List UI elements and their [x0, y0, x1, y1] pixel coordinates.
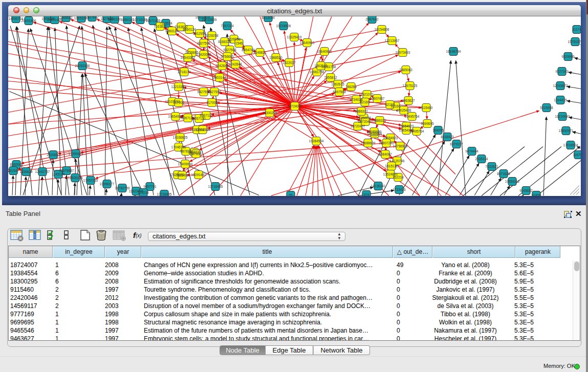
svg-text:13325419: 13325419 — [287, 35, 302, 39]
svg-text:9463627: 9463627 — [402, 99, 415, 102]
svg-text:12213967: 12213967 — [385, 39, 400, 42]
svg-text:9084067: 9084067 — [379, 152, 392, 156]
svg-text:1546: 1546 — [235, 41, 243, 45]
svg-text:6497508: 6497508 — [333, 90, 346, 94]
svg-text:16091441: 16091441 — [191, 173, 206, 177]
svg-text:15409934: 15409934 — [178, 162, 193, 166]
svg-text:(x): (x) — [136, 233, 142, 238]
svg-text:15720407: 15720407 — [351, 124, 365, 128]
svg-text:16782759: 16782759 — [115, 186, 130, 190]
svg-text:17046786: 17046786 — [171, 145, 186, 149]
svg-text:2718179: 2718179 — [178, 70, 191, 74]
svg-text:116753: 116753 — [573, 153, 581, 157]
svg-text:16961758: 16961758 — [310, 70, 324, 74]
svg-text:2242848: 2242848 — [229, 62, 242, 66]
svg-text:1588520: 1588520 — [269, 56, 282, 59]
svg-text:8660124: 8660124 — [165, 29, 179, 33]
svg-text:9474444: 9474444 — [465, 149, 478, 153]
svg-text:7632621: 7632621 — [485, 165, 498, 168]
svg-text:10973493: 10973493 — [396, 51, 410, 54]
svg-text:7163822: 7163822 — [154, 25, 167, 28]
svg-text:10654112: 10654112 — [505, 180, 520, 183]
svg-text:20691406: 20691406 — [21, 19, 36, 23]
svg-text:10025438: 10025438 — [397, 108, 411, 112]
svg-text:9699695: 9699695 — [421, 122, 434, 125]
svg-text:6379197: 6379197 — [450, 142, 463, 146]
svg-text:8267110: 8267110 — [193, 117, 206, 120]
svg-text:6466160: 6466160 — [108, 17, 121, 21]
svg-text:21364436: 21364436 — [357, 116, 372, 120]
svg-text:119234: 119234 — [138, 191, 149, 194]
svg-text:8550061: 8550061 — [10, 163, 23, 166]
svg-text:7485063: 7485063 — [399, 68, 412, 72]
svg-text:95: 95 — [289, 193, 293, 196]
svg-text:1145194: 1145194 — [52, 172, 65, 176]
svg-text:8454749: 8454749 — [242, 48, 255, 52]
svg-text:12505135: 12505135 — [68, 176, 83, 180]
svg-text:1921072: 1921072 — [360, 93, 374, 96]
svg-text:13716485: 13716485 — [208, 185, 223, 188]
svg-text:9115460: 9115460 — [420, 106, 433, 110]
svg-text:5226058: 5226058 — [205, 34, 219, 37]
svg-text:19654923: 19654923 — [399, 128, 414, 132]
svg-text:15751074: 15751074 — [568, 40, 581, 43]
svg-text:19384554: 19384554 — [309, 139, 324, 143]
svg-text:9886322: 9886322 — [373, 119, 386, 122]
svg-text:1156829: 1156829 — [20, 170, 33, 173]
svg-text:23420046: 23420046 — [197, 53, 211, 56]
svg-text:5226058: 5226058 — [227, 37, 241, 41]
svg-text:92456: 92456 — [532, 193, 541, 196]
svg-text:5756685: 5756685 — [221, 55, 234, 58]
svg-text:2803144: 2803144 — [213, 76, 226, 79]
svg-text:18724007: 18724007 — [288, 104, 302, 108]
svg-text:2687642: 2687642 — [365, 17, 379, 21]
svg-text:17016504: 17016504 — [563, 143, 578, 147]
svg-text:16648784: 16648784 — [446, 50, 461, 53]
svg-text:13716485: 13716485 — [157, 192, 172, 196]
svg-text:1527602: 1527602 — [85, 16, 99, 19]
svg-text:9146821: 9146821 — [253, 51, 267, 54]
svg-text:17957255: 17957255 — [83, 179, 98, 182]
svg-text:1733426: 1733426 — [393, 188, 406, 191]
svg-text:11353504: 11353504 — [195, 128, 210, 132]
svg-text:16640910: 16640910 — [300, 41, 315, 45]
svg-text:10958177: 10958177 — [100, 182, 115, 186]
svg-text:9427552: 9427552 — [208, 90, 221, 94]
svg-text:9245652: 9245652 — [519, 189, 533, 192]
svg-text:9227343: 9227343 — [555, 70, 569, 73]
svg-text:16033809: 16033809 — [202, 18, 217, 21]
svg-text:10688609: 10688609 — [367, 130, 382, 134]
svg-text:12975125: 12975125 — [403, 84, 418, 87]
svg-text:5215958: 5215958 — [540, 106, 553, 110]
svg-text:12213369: 12213369 — [171, 85, 186, 89]
svg-text:19654923: 19654923 — [383, 136, 398, 140]
svg-text:10975887: 10975887 — [59, 169, 74, 172]
svg-text:19654935: 19654935 — [168, 115, 183, 118]
svg-text:62160: 62160 — [360, 100, 369, 104]
svg-text:16640910: 16640910 — [317, 50, 332, 53]
svg-text:10756928: 10756928 — [393, 144, 408, 148]
svg-text:14136141: 14136141 — [371, 184, 386, 188]
svg-text:1362615: 1362615 — [314, 64, 328, 68]
svg-text:19166825: 19166825 — [173, 136, 188, 139]
svg-text:14120746: 14120746 — [390, 159, 405, 163]
svg-text:8660124: 8660124 — [183, 28, 196, 31]
svg-text:13495764: 13495764 — [405, 115, 420, 118]
svg-text:587833: 587833 — [180, 149, 191, 153]
svg-text:1322037: 1322037 — [282, 61, 296, 64]
svg-text:18807249: 18807249 — [379, 141, 394, 145]
svg-text:391547: 391547 — [8, 169, 19, 172]
svg-text:2935114: 2935114 — [475, 157, 488, 161]
svg-text:6466160: 6466160 — [121, 18, 134, 21]
svg-text:2020657: 2020657 — [47, 153, 60, 157]
svg-text:9329966: 9329966 — [561, 55, 575, 58]
svg-text:15692971: 15692971 — [559, 129, 574, 133]
svg-text:2242848: 2242848 — [215, 64, 229, 68]
svg-text:16571355: 16571355 — [146, 19, 161, 23]
svg-text:1244415: 1244415 — [554, 98, 567, 102]
svg-text:9327508: 9327508 — [223, 48, 236, 52]
svg-text:16210643: 16210643 — [555, 115, 570, 118]
svg-text:8938923: 8938923 — [441, 135, 454, 139]
svg-text:20053346: 20053346 — [75, 64, 90, 68]
svg-text:7357224: 7357224 — [221, 24, 234, 28]
